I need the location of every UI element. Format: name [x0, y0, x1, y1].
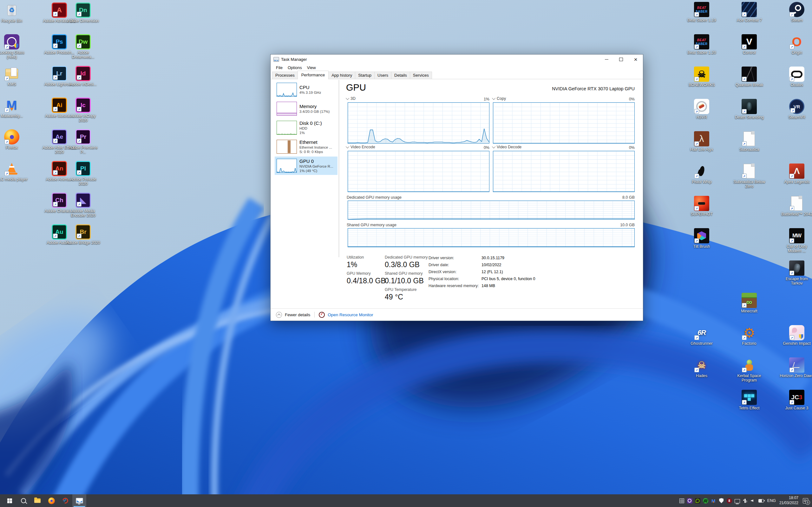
- desktop-shortcut[interactable]: Horizon Zero Dawn: [779, 357, 812, 378]
- fewer-details-button[interactable]: Fewer details: [285, 313, 310, 317]
- menu-item[interactable]: Options: [285, 65, 305, 71]
- mini-chart: [276, 140, 297, 154]
- desktop-shortcut[interactable]: Looking Glass (host): [0, 34, 29, 60]
- shared-memory-max: 10.0 GB: [606, 223, 635, 227]
- desktop-shortcut[interactable]: Death Stranding: [732, 99, 767, 119]
- razer-synapse-tray-icon[interactable]: [703, 498, 708, 504]
- desktop-shortcut[interactable]: KMS: [0, 66, 29, 87]
- desktop-shortcut[interactable]: Subnautica Below Zero: [732, 164, 767, 189]
- icon-label: Subnautica Below Zero: [732, 180, 766, 189]
- desktop-shortcut[interactable]: V Control: [732, 34, 767, 55]
- sidebar-item[interactable]: Memory 3.4/20.0 GB (17%): [275, 100, 338, 118]
- desktop-shortcut[interactable]: Battlefield™ 2042: [779, 196, 812, 216]
- menu-item[interactable]: View: [305, 65, 318, 71]
- desktop-shortcut[interactable]: Pistol Whip: [684, 164, 719, 184]
- desktop-shortcut[interactable]: Pl Adobe Prelude 2020: [66, 161, 101, 186]
- malwarebytes-tray-icon[interactable]: [711, 498, 716, 504]
- desktop-shortcut[interactable]: Escape from Tarkov: [779, 261, 812, 286]
- file-explorer-button[interactable]: [31, 494, 44, 507]
- desktop-shortcut[interactable]: Ace Combat 7: [732, 2, 767, 22]
- sidebar-item[interactable]: GPU 0 NVIDIA GeForce R... 1% (49 °C): [275, 157, 338, 175]
- desktop-shortcut[interactable]: BEATSABER Beat Saber 1.20: [684, 34, 719, 55]
- desktop-shortcut[interactable]: Ic Adobe InCopy 2020: [66, 98, 101, 123]
- desktop-shortcut[interactable]: Dn Adobe Dimension: [66, 3, 101, 23]
- desktop-shortcut[interactable]: Subnautica: [732, 131, 767, 152]
- desktop-shortcut[interactable]: ◣ Adobe Media Encoder 2020: [66, 193, 101, 218]
- open-resource-monitor-link[interactable]: Open Resource Monitor: [328, 313, 373, 317]
- desktop-shortcut[interactable]: Quantum Break: [732, 66, 767, 87]
- desktop-shortcut[interactable]: ☠ BONEWORKS: [684, 66, 719, 87]
- desktop-shortcut[interactable]: ☠ Hades: [684, 357, 719, 378]
- desktop-shortcut[interactable]: H3VR: [684, 99, 719, 119]
- desktop-shortcut[interactable]: Genshin Impact: [779, 325, 812, 346]
- nvidia-settings-tray-icon[interactable]: [695, 498, 700, 504]
- title-bar[interactable]: Task Manager: [270, 55, 643, 64]
- chevron-up-circle-icon[interactable]: [276, 312, 282, 318]
- power-battery-tray-icon[interactable]: [758, 498, 764, 504]
- desktop-shortcut[interactable]: Tilt Brush: [684, 228, 719, 249]
- icon-label: Battlefield™ 2042: [781, 212, 812, 216]
- desktop-shortcut[interactable]: VLC media player: [0, 161, 29, 181]
- desktop-shortcut[interactable]: MW Call of Duty Modern ...: [779, 228, 812, 253]
- desktop-shortcut[interactable]: ♻ Recycle Bin: [0, 3, 29, 23]
- desktop-shortcut[interactable]: Pr Adobe Premiere P...: [66, 129, 101, 155]
- desktop-shortcut[interactable]: BEATSABER Beat Saber 1.19: [684, 2, 719, 22]
- chevron-down-icon[interactable]: [492, 145, 496, 148]
- sidebar-item[interactable]: Disk 0 (C:) HDD 1%: [275, 118, 338, 137]
- desktop-shortcut[interactable]: O Origin: [779, 34, 812, 55]
- looking-glass-tray-icon[interactable]: [687, 498, 693, 504]
- desktop-shortcut[interactable]: Oculus: [779, 66, 812, 87]
- task-manager-taskbar-button[interactable]: [72, 494, 86, 507]
- sidebar-scrollbar[interactable]: [339, 80, 339, 257]
- tab[interactable]: App history: [328, 72, 355, 79]
- volume-tray-icon[interactable]: [751, 498, 756, 504]
- desktop-shortcut[interactable]: SUPERHOT: [684, 196, 719, 216]
- network-tray-icon[interactable]: [734, 498, 740, 504]
- chevron-down-icon[interactable]: [492, 96, 496, 100]
- desktop-shortcut[interactable]: JC3 Just Cause 3: [779, 390, 812, 410]
- tab[interactable]: Performance: [298, 71, 328, 79]
- language-indicator[interactable]: ENG: [766, 498, 777, 503]
- sidebar-item-title: Ethernet: [299, 139, 332, 145]
- chevron-down-icon[interactable]: [346, 96, 349, 100]
- desktop-shortcut[interactable]: Λ Apex Legends: [779, 164, 812, 184]
- chevron-down-icon[interactable]: [346, 145, 349, 148]
- sidebar-item[interactable]: Ethernet Ethernet Instance ... S: 0 R: 0…: [275, 137, 338, 156]
- desktop-shortcut[interactable]: Br Adobe Bridge 2020: [66, 224, 101, 245]
- desktop-shortcut[interactable]: Tetris Effect: [732, 390, 767, 410]
- desktop-shortcut[interactable]: Steam: [779, 2, 812, 22]
- icon-glyph: λ: [699, 133, 704, 144]
- minimize-button[interactable]: [599, 55, 614, 64]
- clock[interactable]: 18:07 21/03/2022: [779, 496, 798, 505]
- red-badge-tray-icon[interactable]: [727, 498, 732, 504]
- notification-center-button[interactable]: 1: [803, 498, 808, 504]
- desktop-shortcut[interactable]: Dw Adobe Dreamwea...: [66, 34, 101, 60]
- desktop-shortcut[interactable]: ∞ Minecraft: [732, 293, 767, 314]
- desktop-shortcut[interactable]: ⚙ Factorio: [732, 325, 767, 346]
- close-button[interactable]: [628, 55, 643, 64]
- desktop-shortcut[interactable]: Firefox: [0, 129, 29, 150]
- desktop-shortcut[interactable]: Kerbal Space Program: [732, 357, 767, 383]
- sidebar-item[interactable]: CPU 4% 3.19 GHz: [275, 80, 338, 99]
- tab[interactable]: Services: [410, 72, 432, 79]
- firefox-taskbar-button[interactable]: [44, 494, 58, 507]
- icon-glyph: ∞: [746, 297, 752, 307]
- usb-device-tray-icon[interactable]: [743, 498, 748, 504]
- tab[interactable]: Processes: [272, 72, 298, 79]
- tab[interactable]: Users: [374, 72, 392, 79]
- desktop-shortcut[interactable]: M Malwareby...: [0, 98, 29, 118]
- menu-item[interactable]: File: [273, 65, 285, 71]
- tab[interactable]: Startup: [355, 72, 374, 79]
- snipping-tool-button[interactable]: [58, 494, 72, 507]
- desktop-shortcut[interactable]: λ Half Life Alyx: [684, 131, 719, 152]
- security-shield-tray-icon[interactable]: [719, 498, 724, 504]
- tray-overflow-grid-icon[interactable]: [679, 498, 684, 504]
- maximize-button[interactable]: [614, 55, 628, 64]
- desktop-shortcut[interactable]: Id Adobe InDesi...: [66, 66, 101, 87]
- tab[interactable]: Details: [391, 72, 410, 79]
- shortcut-arrow-icon: [790, 335, 794, 340]
- desktop-shortcut[interactable]: VR SteamVR: [779, 99, 812, 119]
- desktop-shortcut[interactable]: 6R Ghostrunner: [684, 325, 719, 346]
- search-button[interactable]: [16, 494, 31, 507]
- start-button[interactable]: [3, 494, 16, 507]
